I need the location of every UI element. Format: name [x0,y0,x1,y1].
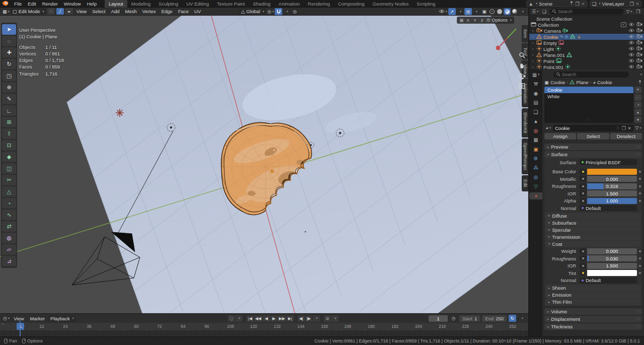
menu-uv[interactable]: UV [192,9,203,14]
pivot-point-dropdown[interactable]: ◎▾ [267,8,274,15]
outliner-row-cookie[interactable]: › Cookie ↷ ⚙ ◕ [529,34,644,40]
panel-displacement[interactable]: ▸Displacement ∷ [544,316,642,322]
shading-dropdown[interactable]: ▾ [519,8,526,15]
remove-slot-button[interactable]: − [634,94,641,101]
current-frame-field[interactable]: 1 [429,315,448,322]
pin-icon[interactable] [638,80,642,86]
properties-options-icon[interactable]: ▾ [640,73,642,77]
vertex-select-mode-button[interactable]: ∷ [47,8,55,15]
play-button[interactable]: ▶ [270,315,277,322]
frame-end-field[interactable]: End250 [482,315,507,322]
breadcrumb-material[interactable]: Cookie [597,80,612,85]
decorator[interactable] [580,263,586,269]
fake-user-shield-icon[interactable]: ♢ [616,125,620,131]
base-color-swatch[interactable] [587,169,637,175]
editor-type-icon[interactable]: ▦▾ [2,8,10,15]
tab-object-data[interactable]: ▽ [530,183,542,190]
menu-window[interactable]: Window [61,0,84,7]
snap-settings-dropdown[interactable]: ▾ [283,8,290,15]
disable-render-icon[interactable] [636,34,642,40]
properties-search[interactable] [553,72,629,78]
menu-mesh[interactable]: Mesh [123,9,139,14]
next-keyframe-button[interactable]: ▶▶ [278,315,286,322]
sync-playback-icon[interactable]: ↻ [509,315,516,322]
sidebar-tab-edit[interactable]: Edit [522,175,528,191]
shader-dropdown[interactable]: Principled BSDF [580,159,637,165]
options-label[interactable]: Options [492,18,508,23]
panel-transmission[interactable]: ▸Transmission [545,234,641,240]
gizmos-dropdown[interactable]: ▾ [456,8,464,15]
auto-keying-dropdown[interactable]: ▾ [235,315,243,322]
tab-material[interactable]: ◕ [529,192,542,199]
panel-coat[interactable]: ▾Coat [545,241,641,247]
decorator[interactable] [580,176,586,182]
xray-toggle-icon[interactable]: ▣ [480,8,488,15]
tool-extrude-region[interactable]: ⇧ [2,128,16,139]
disable-render-icon[interactable] [636,64,642,70]
tool-annotate[interactable]: ✎ [2,94,16,104]
decorator[interactable] [580,198,586,204]
tab-view-layer[interactable]: ❏ [530,108,542,115]
workspace-tab-texture-paint[interactable]: Texture Paint [213,0,249,8]
menu-render[interactable]: Render [39,0,61,7]
workspace-tab-uv-editing[interactable]: UV Editing [182,0,213,8]
sidebar-tab-speedretopo[interactable]: SpeedRetopo [522,139,528,174]
jump-to-start-button[interactable]: |◀ [247,315,254,322]
close-icon[interactable]: ✕ [581,1,585,7]
tool-spin[interactable]: ◔ [2,198,16,209]
disable-render-icon[interactable] [636,52,642,58]
sync-dropdown[interactable]: ▾ [518,315,526,322]
panel-diffuse[interactable]: ▸Diffuse [545,213,641,219]
outliner-search[interactable] [549,9,624,15]
tool-transform[interactable]: ⊕ [2,82,16,93]
tool-tweak[interactable]: ➤ [2,24,16,35]
panel-preview[interactable]: ▸Preview ∷ [544,144,642,150]
tool-measure[interactable]: ∟ [2,105,16,116]
menu-view[interactable]: View [74,9,89,14]
menu-edge[interactable]: Edge [159,9,175,14]
outliner-row-plane001[interactable]: › Plane.001 [529,52,644,58]
outliner-row-point001[interactable]: › Point.001 [529,64,644,70]
tool-smooth[interactable]: ∿ [2,210,16,220]
new-collection-icon[interactable]: ❐ [634,8,642,15]
tool-loop-cut[interactable]: ◫ [2,163,16,174]
shading-rendered-button[interactable] [511,8,518,15]
menu-help[interactable]: Help [84,0,100,7]
new-viewlayer-copy-icon[interactable]: ❐ [630,1,634,7]
panel-volume[interactable]: ▸Volume ∷ [544,308,642,315]
material-slot-cookie[interactable]: Cookie [544,87,633,93]
tab-tool[interactable]: ⚒ [530,81,542,88]
tool-knife[interactable]: ✂ [2,175,16,185]
sidebar-tab-blenderkit[interactable]: BlenderKit [522,108,528,137]
disable-render-icon[interactable] [636,40,642,46]
disable-render-icon[interactable] [636,46,642,52]
timeline-editor-type-icon[interactable]: ◷▾ [3,315,10,322]
material-name-field[interactable]: Cookie ♢ ❐ ✕ [553,125,633,131]
outliner-search-input[interactable] [558,9,621,14]
tool-add-cube[interactable]: ⊞ [2,117,16,127]
close-icon[interactable]: ✕ [635,1,639,7]
disable-render-icon[interactable] [636,28,642,34]
alpha-slider[interactable]: 1.000 [587,198,637,204]
viewport-scene[interactable] [0,16,528,313]
tool-poly-build[interactable]: △ [2,186,16,197]
tab-particles[interactable]: ⁂ [530,164,542,171]
decorator[interactable] [580,255,586,261]
workspace-tab-modeling[interactable]: Modeling [127,0,155,8]
outliner-row-collection[interactable]: Collection ✓ [529,22,644,28]
add-slot-button[interactable]: + [634,87,641,93]
menu-add[interactable]: Add [109,9,122,14]
checkbox-icon[interactable]: ✓ [621,22,626,27]
tab-output[interactable]: ▤ [530,99,542,106]
tab-object[interactable]: ▣ [530,146,542,153]
tool-move[interactable]: ✚ [2,47,16,58]
shading-wireframe-button[interactable] [489,8,496,15]
outliner-row-scene-collection[interactable]: Scene Collection [529,16,644,22]
tool-to-sphere[interactable]: ◍ [2,233,16,243]
panel-surface[interactable]: ▾Surface ∷ [544,151,642,158]
disable-render-icon[interactable] [636,22,642,28]
hide-eye-icon[interactable] [628,58,634,64]
tool-bevel[interactable]: ◆ [2,152,16,162]
zoom-icon[interactable] [519,52,526,59]
coat-weight-slider[interactable]: 0.000 [587,248,637,254]
